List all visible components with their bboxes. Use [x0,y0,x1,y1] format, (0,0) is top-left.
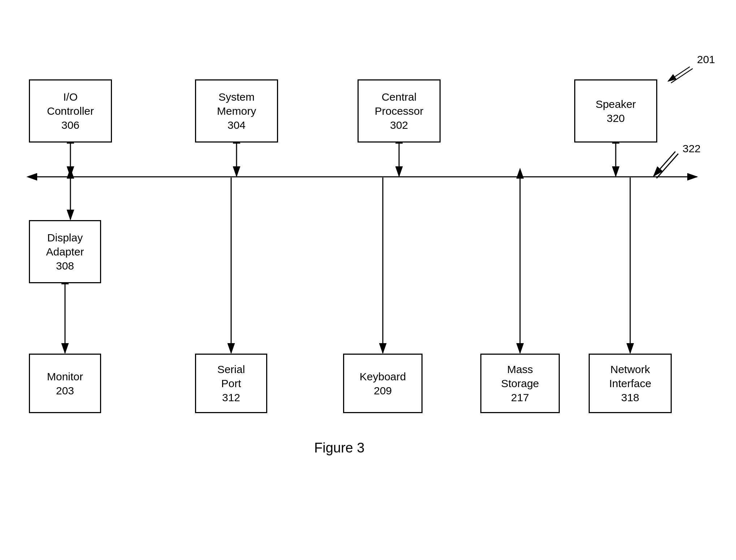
box-system-memory-label: System Memory 304 [217,90,256,132]
box-io-controller: I/O Controller 306 [29,79,112,143]
box-serial-port-label: Serial Port 312 [217,362,245,404]
svg-line-18 [671,69,693,83]
box-mass-storage-label: Mass Storage 217 [501,362,539,404]
box-system-memory: System Memory 304 [195,79,278,143]
box-network-interface: Network Interface 318 [589,354,672,413]
box-monitor-label: Monitor 203 [47,369,83,398]
box-mass-storage: Mass Storage 217 [480,354,560,413]
ref-201: 201 [697,53,715,66]
box-monitor: Monitor 203 [29,354,101,413]
svg-line-16 [657,154,678,178]
box-keyboard-label: Keyboard 209 [360,369,406,398]
box-speaker-label: Speaker 320 [596,97,636,125]
box-io-controller-label: I/O Controller 306 [47,90,94,132]
ref-322: 322 [683,143,701,155]
box-central-processor-label: Central Processor 302 [375,90,423,132]
figure-caption: Figure 3 [314,440,364,456]
box-speaker: Speaker 320 [574,79,657,143]
box-display-adapter: Display Adapter 308 [29,220,101,283]
box-display-adapter-label: Display Adapter 308 [46,231,84,273]
diagram-container: I/O Controller 306 System Memory 304 Cen… [0,0,736,560]
box-central-processor: Central Processor 302 [358,79,441,143]
svg-line-15 [654,152,675,176]
box-network-interface-label: Network Interface 318 [609,362,651,404]
box-serial-port: Serial Port 312 [195,354,267,413]
svg-line-17 [668,67,690,81]
box-keyboard: Keyboard 209 [343,354,423,413]
